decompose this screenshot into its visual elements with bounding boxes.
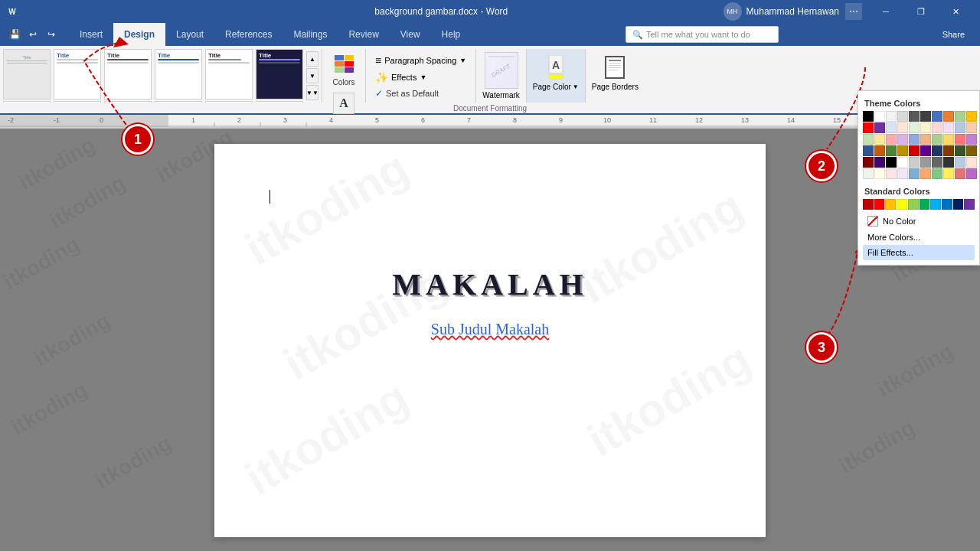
theme-color-swatch[interactable] bbox=[874, 111, 885, 122]
theme-color-swatch[interactable] bbox=[920, 145, 931, 156]
theme-color-swatch[interactable] bbox=[886, 145, 897, 156]
save-quick-btn[interactable]: 💾 bbox=[6, 26, 23, 43]
standard-color-swatch[interactable] bbox=[897, 199, 907, 210]
theme-color-swatch[interactable] bbox=[920, 111, 931, 122]
theme-color-swatch[interactable] bbox=[886, 122, 897, 133]
theme-color-swatch[interactable] bbox=[863, 111, 874, 122]
theme-color-swatch[interactable] bbox=[943, 145, 954, 156]
theme-color-swatch[interactable] bbox=[920, 122, 931, 133]
standard-color-swatch[interactable] bbox=[964, 199, 975, 210]
theme-color-swatch[interactable] bbox=[909, 134, 920, 145]
tell-me-box[interactable]: 🔍 Tell me what you want to do bbox=[626, 26, 779, 43]
theme-item-7[interactable]: TITLE bbox=[3, 101, 51, 103]
theme-color-swatch[interactable] bbox=[920, 168, 931, 179]
tab-layout[interactable]: Layout bbox=[165, 23, 214, 46]
standard-color-swatch[interactable] bbox=[953, 199, 964, 210]
theme-color-swatch[interactable] bbox=[874, 145, 885, 156]
theme-color-swatch[interactable] bbox=[966, 168, 977, 179]
options-icon[interactable]: ⋯ bbox=[845, 3, 862, 20]
theme-item-11[interactable]: Title bbox=[205, 101, 253, 103]
standard-color-swatch[interactable] bbox=[874, 199, 885, 210]
restore-button[interactable]: ❐ bbox=[903, 0, 939, 23]
theme-color-swatch[interactable] bbox=[863, 157, 874, 168]
standard-color-swatch[interactable] bbox=[885, 199, 896, 210]
tab-help[interactable]: Help bbox=[431, 23, 472, 46]
theme-color-swatch[interactable] bbox=[966, 157, 977, 168]
theme-color-swatch[interactable] bbox=[955, 145, 965, 156]
theme-color-swatch[interactable] bbox=[874, 134, 885, 145]
theme-item-6[interactable]: Title bbox=[256, 49, 303, 99]
standard-color-swatch[interactable] bbox=[863, 199, 874, 210]
gallery-expand-btn[interactable]: ▼▼ bbox=[306, 85, 318, 100]
page-borders-group[interactable]: Page Borders bbox=[586, 49, 645, 103]
share-button[interactable]: Share bbox=[933, 27, 974, 42]
theme-color-swatch[interactable] bbox=[909, 111, 920, 122]
theme-color-swatch[interactable] bbox=[897, 134, 908, 145]
theme-color-swatch[interactable] bbox=[909, 145, 920, 156]
doc-scroll[interactable]: itkoding itkoding itkoding itkoding itko… bbox=[0, 129, 980, 551]
tab-references[interactable]: References bbox=[214, 23, 283, 46]
undo-quick-btn[interactable]: ↩ bbox=[24, 26, 41, 43]
theme-color-swatch[interactable] bbox=[966, 122, 977, 133]
theme-color-swatch[interactable] bbox=[909, 157, 920, 168]
theme-color-swatch[interactable] bbox=[874, 157, 885, 168]
theme-color-swatch[interactable] bbox=[955, 168, 965, 179]
theme-color-swatch[interactable] bbox=[955, 111, 965, 122]
theme-color-swatch[interactable] bbox=[886, 168, 897, 179]
theme-color-swatch[interactable] bbox=[966, 111, 977, 122]
paragraph-spacing-button[interactable]: ≡ Paragraph Spacing ▼ bbox=[372, 52, 469, 69]
theme-color-swatch[interactable] bbox=[920, 134, 931, 145]
close-button[interactable]: ✕ bbox=[939, 0, 974, 23]
theme-color-swatch[interactable] bbox=[863, 122, 874, 133]
theme-color-swatch[interactable] bbox=[943, 134, 954, 145]
set-default-button[interactable]: ✓ Set as Default bbox=[372, 86, 469, 101]
theme-item-8[interactable]: Title bbox=[54, 101, 101, 103]
tab-review[interactable]: Review bbox=[338, 23, 389, 46]
tab-insert[interactable]: Insert bbox=[69, 23, 113, 46]
theme-color-swatch[interactable] bbox=[932, 157, 942, 168]
theme-item-3[interactable]: Title bbox=[104, 49, 152, 99]
tab-view[interactable]: View bbox=[390, 23, 431, 46]
redo-quick-btn[interactable]: ↪ bbox=[43, 26, 60, 43]
theme-color-swatch[interactable] bbox=[943, 157, 954, 168]
theme-color-swatch[interactable] bbox=[897, 111, 908, 122]
theme-color-swatch[interactable] bbox=[863, 168, 874, 179]
gallery-down-btn[interactable]: ▼ bbox=[306, 68, 318, 83]
standard-color-swatch[interactable] bbox=[920, 199, 930, 210]
theme-color-swatch[interactable] bbox=[897, 157, 908, 168]
theme-color-swatch[interactable] bbox=[886, 134, 897, 145]
page-color-group[interactable]: A Page Color ▼ bbox=[527, 49, 586, 103]
theme-color-swatch[interactable] bbox=[932, 134, 942, 145]
theme-color-swatch[interactable] bbox=[966, 134, 977, 145]
fill-effects-item[interactable]: Fill Effects... bbox=[863, 245, 975, 260]
theme-color-swatch[interactable] bbox=[932, 145, 942, 156]
theme-item-5[interactable]: Title bbox=[205, 49, 253, 99]
no-color-item[interactable]: No Color bbox=[863, 213, 975, 230]
theme-item-10[interactable]: TITLE bbox=[155, 101, 202, 103]
standard-color-swatch[interactable] bbox=[942, 199, 952, 210]
effects-button[interactable]: ✨ Effects ▼ bbox=[372, 69, 469, 86]
theme-item-9[interactable]: Title bbox=[104, 101, 152, 103]
tab-design[interactable]: Design bbox=[113, 23, 165, 46]
standard-color-swatch[interactable] bbox=[908, 199, 919, 210]
theme-item-4[interactable]: Title bbox=[155, 49, 202, 99]
theme-color-swatch[interactable] bbox=[955, 134, 965, 145]
theme-color-swatch[interactable] bbox=[955, 157, 965, 168]
theme-color-swatch[interactable] bbox=[909, 168, 920, 179]
theme-color-swatch[interactable] bbox=[874, 168, 885, 179]
tab-mailings[interactable]: Mailings bbox=[283, 23, 338, 46]
theme-item-1[interactable]: Title bbox=[3, 49, 51, 99]
theme-color-swatch[interactable] bbox=[932, 168, 942, 179]
theme-color-swatch[interactable] bbox=[966, 145, 977, 156]
watermark-group[interactable]: DRAFT Watermark bbox=[476, 49, 527, 103]
theme-color-swatch[interactable] bbox=[932, 111, 942, 122]
theme-color-swatch[interactable] bbox=[863, 134, 874, 145]
theme-item-2[interactable]: Title bbox=[54, 49, 101, 99]
standard-color-swatch[interactable] bbox=[930, 199, 941, 210]
gallery-up-btn[interactable]: ▲ bbox=[306, 51, 318, 67]
theme-color-swatch[interactable] bbox=[943, 111, 954, 122]
theme-color-swatch[interactable] bbox=[886, 111, 897, 122]
theme-color-swatch[interactable] bbox=[897, 168, 908, 179]
more-colors-item[interactable]: More Colors... bbox=[863, 230, 975, 245]
theme-color-swatch[interactable] bbox=[955, 122, 965, 133]
